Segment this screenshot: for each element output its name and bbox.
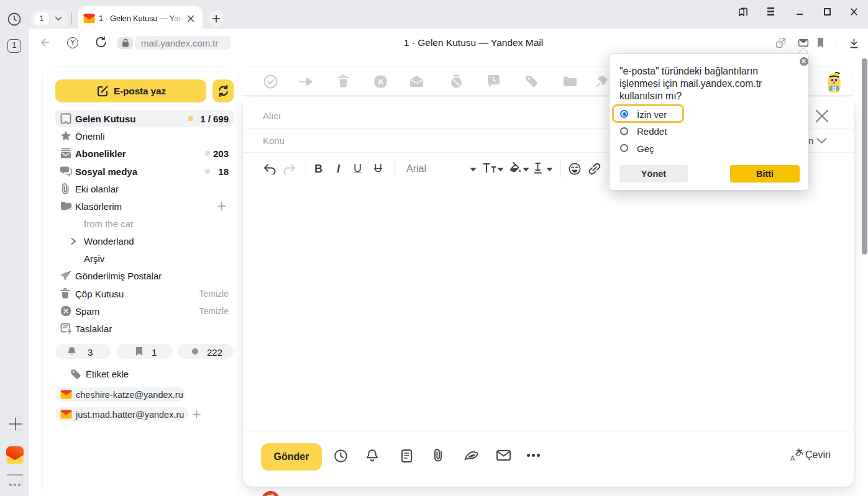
svg-text:A: A <box>790 454 795 462</box>
